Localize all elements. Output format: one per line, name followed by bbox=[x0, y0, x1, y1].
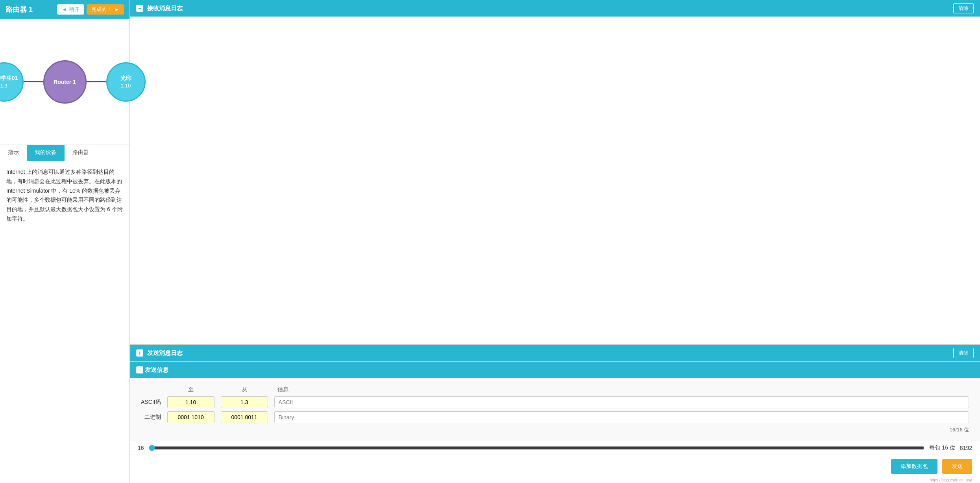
col-message: 信息 bbox=[271, 385, 972, 395]
send-log-section: + 发送消息日志 清除 bbox=[130, 345, 980, 361]
left-header: 路由器 1 ◄ 断开 完成的！ ► bbox=[0, 0, 129, 19]
binary-row: 二进制 bbox=[138, 410, 972, 425]
binary-label: 二进制 bbox=[138, 410, 164, 425]
ascii-label: ASCII码 bbox=[138, 395, 164, 410]
ascii-message-cell bbox=[271, 395, 972, 410]
send-log-clear-button[interactable]: 清除 bbox=[953, 348, 974, 358]
network-diagram: 光印学生01 1.3 Router 1 光印 bbox=[0, 19, 129, 145]
tab-my-devices[interactable]: 我的设备 bbox=[27, 145, 65, 161]
binary-to-input[interactable] bbox=[167, 411, 214, 423]
tab-instructions[interactable]: 指示 bbox=[0, 145, 27, 161]
student-ip: 1.3 bbox=[0, 83, 7, 89]
send-info-section: − 发送信息 至 从 信息 bbox=[130, 361, 980, 483]
col-to: 至 bbox=[164, 385, 218, 395]
send-log-title-container: + 发送消息日志 bbox=[136, 349, 183, 357]
bottom-actions: 添加数据包 发送 bbox=[130, 455, 980, 478]
send-info-body: 至 从 信息 ASCII码 bbox=[130, 378, 980, 441]
chevron-left-icon: ◄ bbox=[62, 7, 67, 12]
watermark: https://blog.csdn.cn_nsa bbox=[130, 478, 980, 483]
send-log-title: 发送消息日志 bbox=[147, 349, 183, 357]
col-empty bbox=[138, 385, 164, 395]
receive-log-section: − 接收消息日志 清除 bbox=[130, 0, 980, 345]
done-button[interactable]: 完成的！ ► bbox=[87, 4, 124, 15]
printer-ip: 1.10 bbox=[121, 83, 131, 89]
ascii-to-input[interactable] bbox=[167, 396, 214, 408]
right-panel: − 接收消息日志 清除 + 发送消息日志 清除 − 发送信息 bbox=[130, 0, 980, 483]
slider-row: 16 每包 16 位 8192 bbox=[130, 441, 980, 455]
send-info-title: 发送信息 bbox=[145, 366, 168, 374]
header-buttons: ◄ 断开 完成的！ ► bbox=[57, 4, 124, 15]
slider-mid-label: 每包 16 位 bbox=[929, 444, 955, 451]
slider-min-label: 16 bbox=[138, 445, 144, 451]
router-label: Router 1 bbox=[54, 79, 76, 85]
receive-log-header: − 接收消息日志 清除 bbox=[130, 0, 980, 17]
ascii-message-input[interactable] bbox=[274, 396, 969, 408]
binary-from-cell bbox=[218, 410, 271, 425]
receive-collapse-icon[interactable]: − bbox=[136, 5, 143, 12]
bits-info: 16/16 位 bbox=[138, 425, 972, 435]
send-info-collapse-icon[interactable]: − bbox=[136, 366, 143, 373]
printer-label: 光印 bbox=[120, 75, 131, 82]
connector-2 bbox=[87, 81, 106, 82]
packet-size-slider[interactable] bbox=[149, 445, 925, 451]
ascii-row: ASCII码 bbox=[138, 395, 972, 410]
send-info-header: − 发送信息 bbox=[130, 362, 980, 378]
tabs-bar: 指示 我的设备 路由器 bbox=[0, 145, 129, 161]
slider-max-label: 8192 bbox=[960, 445, 972, 451]
binary-message-cell bbox=[271, 410, 972, 425]
binary-from-input[interactable] bbox=[221, 411, 268, 423]
add-packet-button[interactable]: 添加数据包 bbox=[891, 459, 937, 474]
printer-circle[interactable]: 光印 1.10 bbox=[106, 62, 146, 102]
tabs-section: 指示 我的设备 路由器 bbox=[0, 145, 129, 161]
tab-content: Internet 上的消息可以通过多种路径到达目的地，有时消息会在此过程中被丢弃… bbox=[0, 161, 129, 483]
col-from: 从 bbox=[218, 385, 271, 395]
printer-node: 光印 1.10 bbox=[106, 62, 146, 102]
nodes-container: 光印学生01 1.3 Router 1 光印 bbox=[0, 60, 146, 104]
tab-router[interactable]: 路由器 bbox=[65, 145, 97, 161]
binary-to-cell bbox=[164, 410, 218, 425]
router-circle[interactable]: Router 1 bbox=[43, 60, 87, 104]
connector-1 bbox=[24, 81, 43, 82]
ascii-from-cell bbox=[218, 395, 271, 410]
receive-log-body bbox=[130, 17, 980, 344]
device-title: 路由器 1 bbox=[6, 5, 33, 14]
chevron-right-icon: ► bbox=[115, 7, 119, 12]
receive-log-title-container: − 接收消息日志 bbox=[136, 5, 183, 12]
send-form-table: 至 从 信息 ASCII码 bbox=[138, 385, 972, 425]
receive-log-title: 接收消息日志 bbox=[147, 5, 183, 12]
ascii-from-input[interactable] bbox=[221, 396, 268, 408]
send-button[interactable]: 发送 bbox=[942, 459, 972, 474]
binary-message-input[interactable] bbox=[274, 411, 969, 423]
ascii-message-row bbox=[274, 396, 969, 408]
student-node: 光印学生01 1.3 bbox=[0, 62, 24, 102]
receive-clear-button[interactable]: 清除 bbox=[953, 3, 974, 13]
send-log-expand-icon[interactable]: + bbox=[136, 349, 143, 357]
student-circle[interactable]: 光印学生01 1.3 bbox=[0, 62, 24, 102]
student-label: 光印学生01 bbox=[0, 75, 18, 82]
disconnect-button[interactable]: ◄ 断开 bbox=[57, 4, 84, 15]
ascii-to-cell bbox=[164, 395, 218, 410]
router-node: Router 1 bbox=[43, 60, 87, 104]
left-panel: 路由器 1 ◄ 断开 完成的！ ► 光印学生01 1.3 bbox=[0, 0, 130, 483]
